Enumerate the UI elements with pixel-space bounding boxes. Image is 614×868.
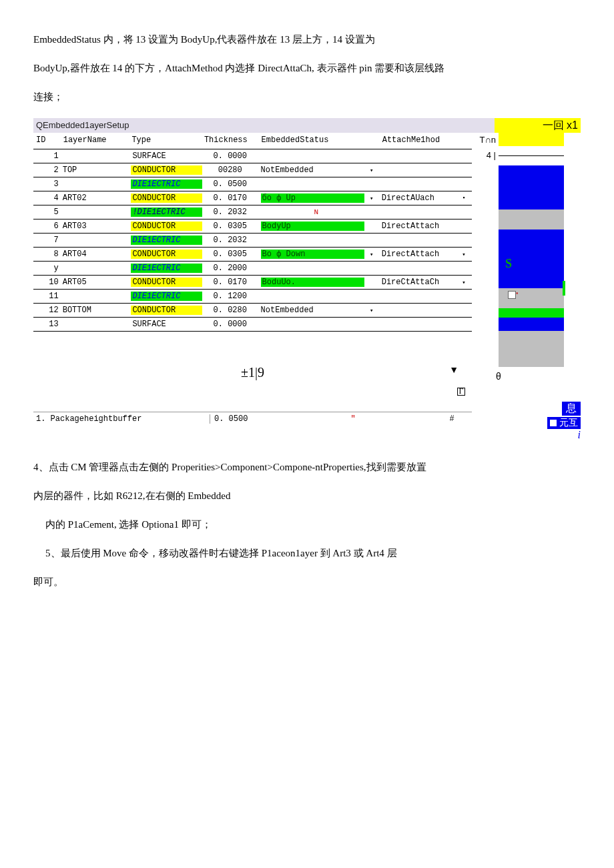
cell-type[interactable]: DIE1ECTRIC (129, 262, 202, 276)
cell-attachmethod[interactable]: DireCtAttaCh (380, 276, 456, 290)
cell-type[interactable]: CONDUCTOR (129, 276, 202, 290)
resize-handle-icon[interactable]: Γ (457, 388, 465, 396)
cell-thickness[interactable]: 0. 1200 (202, 290, 259, 304)
table-row[interactable]: 2TOPCONDUCTOR00280NotEmbedded▾ (33, 163, 472, 177)
dropdown-icon[interactable] (364, 149, 380, 163)
table-row[interactable]: 13SURFACE0. 0000 (33, 318, 472, 332)
cell-type[interactable]: DIE1ECTRIC (129, 290, 202, 304)
dropdown-icon[interactable] (364, 177, 380, 191)
cell-thickness[interactable]: 0. 0170 (202, 276, 259, 290)
cell-layername[interactable] (61, 318, 129, 332)
dropdown-icon[interactable]: ▾ (456, 276, 472, 290)
dropdown-icon[interactable] (364, 318, 380, 332)
cell-thickness[interactable]: 0. 0305 (202, 248, 259, 262)
cell-attachmethod[interactable] (380, 290, 456, 304)
cell-embeddedstatus[interactable]: BoduUo. (259, 276, 364, 290)
cell-thickness[interactable]: 0. 0000 (202, 318, 259, 332)
cell-layername[interactable] (61, 149, 129, 163)
table-row[interactable]: 7DIE1ECTRIC0. 2032 (33, 234, 472, 248)
cell-attachmethod[interactable] (380, 318, 456, 332)
footer-value[interactable]: 0. 0500 (210, 414, 274, 424)
cell-thickness[interactable]: 0. 0305 (202, 220, 259, 234)
cell-layername[interactable] (61, 177, 129, 191)
dropdown-icon[interactable] (456, 163, 472, 177)
dropdown-icon[interactable] (456, 304, 472, 318)
dropdown-icon[interactable] (364, 290, 380, 304)
cell-type[interactable]: SURFACE (129, 318, 202, 332)
cell-layername[interactable] (61, 262, 129, 276)
cell-embeddedstatus[interactable] (259, 234, 364, 248)
cell-layername[interactable] (61, 290, 129, 304)
cell-type[interactable]: CONDUCTOR (129, 248, 202, 262)
dropdown-icon[interactable] (364, 276, 380, 290)
dropdown-icon[interactable] (456, 149, 472, 163)
dropdown-icon[interactable] (456, 177, 472, 191)
cell-type[interactable]: CONDUCTOR (129, 304, 202, 318)
cell-thickness[interactable]: 0. 0500 (202, 177, 259, 191)
dropdown-icon[interactable]: ▾ (364, 191, 380, 205)
cell-embeddedstatus[interactable] (259, 290, 364, 304)
cell-attachmethod[interactable] (380, 234, 456, 248)
dropdown-icon[interactable] (456, 205, 472, 220)
cell-attachmethod[interactable]: DirectAUach (380, 191, 456, 205)
dropdown-icon[interactable] (456, 318, 472, 332)
table-row[interactable]: 1SURFACE0. 0000 (33, 149, 472, 163)
cell-layername[interactable]: TOP (61, 163, 129, 177)
cell-thickness[interactable]: 0. 2032 (202, 234, 259, 248)
table-row[interactable]: уDIE1ECTRIC0. 2000 (33, 262, 472, 276)
dropdown-icon[interactable] (456, 220, 472, 234)
cell-type[interactable]: CONDUCTOR (129, 191, 202, 205)
cell-layername[interactable]: ART02 (61, 191, 129, 205)
cell-thickness[interactable]: 0. 0000 (202, 149, 259, 163)
window-controls[interactable]: 一回 x1 (495, 118, 581, 133)
cell-embeddedstatus[interactable]: Bo ф Down (259, 248, 364, 262)
table-row[interactable]: 6ART03CONDUCTOR0. 0305BodyUpDirectAttach (33, 220, 472, 234)
dropdown-icon[interactable]: ▪ (456, 191, 472, 205)
cell-embeddedstatus[interactable]: бо ф Up (259, 191, 364, 205)
cell-attachmethod[interactable] (380, 304, 456, 318)
dropdown-icon[interactable]: ▾ (456, 248, 472, 262)
cell-attachmethod[interactable] (380, 149, 456, 163)
cell-layername[interactable] (61, 234, 129, 248)
dropdown-icon[interactable] (364, 234, 380, 248)
dropdown-arrow-icon[interactable]: ▼ (449, 365, 458, 376)
dropdown-icon[interactable]: ▾ (364, 248, 380, 262)
cell-attachmethod[interactable] (380, 262, 456, 276)
dropdown-icon[interactable]: ▾ (364, 163, 380, 177)
cell-type[interactable]: DIE1ECTRIC (129, 177, 202, 191)
dropdown-icon[interactable] (364, 205, 380, 220)
table-row[interactable]: 4ART02CONDUCTOR0. 0170бо ф Up▾DirectAUac… (33, 191, 472, 205)
cell-embeddedstatus[interactable]: NotEmbedded (259, 163, 364, 177)
cell-thickness[interactable]: 0. 2032 (202, 205, 259, 220)
cell-embeddedstatus[interactable] (259, 262, 364, 276)
table-row[interactable]: 11DIE1ECTRIC0. 1200 (33, 290, 472, 304)
dropdown-icon[interactable] (456, 290, 472, 304)
dropdown-icon[interactable] (364, 220, 380, 234)
cell-attachmethod[interactable]: DirectAttach (380, 220, 456, 234)
cell-type[interactable]: CONDUCTOR (129, 163, 202, 177)
cell-embeddedstatus[interactable] (259, 177, 364, 191)
cell-layername[interactable] (61, 205, 129, 220)
cell-embeddedstatus[interactable]: N (259, 205, 364, 220)
table-row[interactable]: 10ART05CONDUCTOR0. 0170BoduUo.DireCtAtta… (33, 276, 472, 290)
cell-embeddedstatus[interactable]: BodyUp (259, 220, 364, 234)
cell-layername[interactable]: ART04 (61, 248, 129, 262)
cell-attachmethod[interactable] (380, 163, 456, 177)
cell-layername[interactable]: ART05 (61, 276, 129, 290)
dropdown-icon[interactable] (364, 262, 380, 276)
table-row[interactable]: 5!DIE1ECTRIC0. 2032N (33, 205, 472, 220)
cell-type[interactable]: !DIE1ECTRIC (129, 205, 202, 220)
table-row[interactable]: 8ART04CONDUCTOR0. 0305Bo ф Down▾DirectAt… (33, 248, 472, 262)
cell-layername[interactable]: ART03 (61, 220, 129, 234)
cell-embeddedstatus[interactable] (259, 149, 364, 163)
table-row[interactable]: 12BOTTOMCONDUCTOR0. 0280NotEmbedded▾ (33, 304, 472, 318)
cell-type[interactable]: DIE1ECTRIC (129, 234, 202, 248)
dropdown-icon[interactable] (456, 234, 472, 248)
cell-attachmethod[interactable] (380, 205, 456, 220)
cell-embeddedstatus[interactable] (259, 318, 364, 332)
cell-attachmethod[interactable] (380, 177, 456, 191)
cell-thickness[interactable]: 00280 (202, 163, 259, 177)
dropdown-icon[interactable] (456, 262, 472, 276)
cell-thickness[interactable]: 0. 0280 (202, 304, 259, 318)
dropdown-icon[interactable]: ▾ (364, 304, 380, 318)
